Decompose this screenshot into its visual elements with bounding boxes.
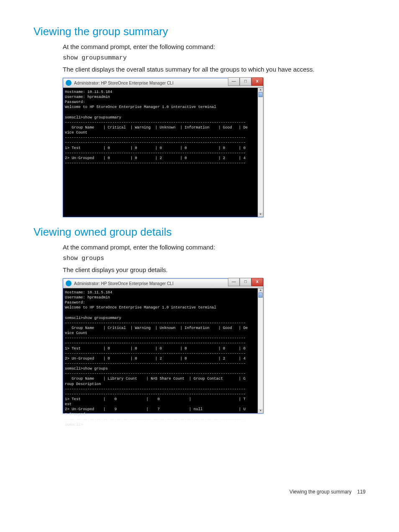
window-buttons: — □ x xyxy=(228,278,263,286)
section1-intro: At the command prompt, enter the followi… xyxy=(63,42,366,51)
close-button[interactable]: x xyxy=(251,77,263,86)
maximize-button[interactable]: □ xyxy=(240,278,251,286)
terminal-window-2: Administrator: HP StoreOnce Enterprise M… xyxy=(63,278,263,414)
section1-result: The client displays the overall status s… xyxy=(63,65,366,74)
scroll-down-icon[interactable]: ▼ xyxy=(258,409,263,413)
close-button[interactable]: x xyxy=(251,278,263,286)
terminal-body[interactable]: Hostname: 10.11.5.184 Username: hprmsadm… xyxy=(63,88,263,217)
scrollbar[interactable]: ▲ ▼ xyxy=(258,288,263,413)
section2-title: Viewing owned group details xyxy=(33,226,366,239)
section1-title: Viewing the group summary xyxy=(33,25,366,38)
minimize-button[interactable]: — xyxy=(228,278,240,286)
maximize-button[interactable]: □ xyxy=(240,77,251,86)
terminal-titlebar[interactable]: Administrator: HP StoreOnce Enterprise M… xyxy=(63,279,263,288)
section1-command: show groupsummary xyxy=(63,54,366,62)
terminal-body[interactable]: Hostname: 10.11.5.184 Username: hprmsadm… xyxy=(63,288,263,413)
scroll-thumb[interactable] xyxy=(258,293,263,298)
terminal-title: Administrator: HP StoreOnce Enterprise M… xyxy=(74,281,174,286)
page-footer: Viewing the group summary 119 xyxy=(33,489,366,495)
terminal-title: Administrator: HP StoreOnce Enterprise M… xyxy=(74,81,174,85)
scroll-down-icon[interactable]: ▼ xyxy=(258,213,263,217)
terminal-titlebar[interactable]: Administrator: HP StoreOnce Enterprise M… xyxy=(63,78,263,88)
scroll-up-icon[interactable]: ▲ xyxy=(258,88,263,92)
scroll-up-icon[interactable]: ▲ xyxy=(258,288,263,293)
scroll-thumb[interactable] xyxy=(258,92,263,97)
window-buttons: — □ x xyxy=(228,77,263,86)
section2-result: The client displays your group details. xyxy=(63,265,366,274)
terminal-window-1: Administrator: HP StoreOnce Enterprise M… xyxy=(63,78,263,217)
minimize-button[interactable]: — xyxy=(228,77,240,86)
terminal-output: Hostname: 10.11.5.184 Username: hprmsadm… xyxy=(65,290,257,427)
terminal-output: Hostname: 10.11.5.184 Username: hprmsadm… xyxy=(65,90,257,166)
footer-page: 119 xyxy=(357,489,366,495)
footer-label: Viewing the group summary xyxy=(289,489,352,495)
scrollbar[interactable]: ▲ ▼ xyxy=(258,88,263,217)
section2-intro: At the command prompt, enter the followi… xyxy=(63,243,366,252)
hp-logo-icon xyxy=(66,280,72,286)
hp-logo-icon xyxy=(66,80,72,86)
section2-command: show groups xyxy=(63,255,366,262)
